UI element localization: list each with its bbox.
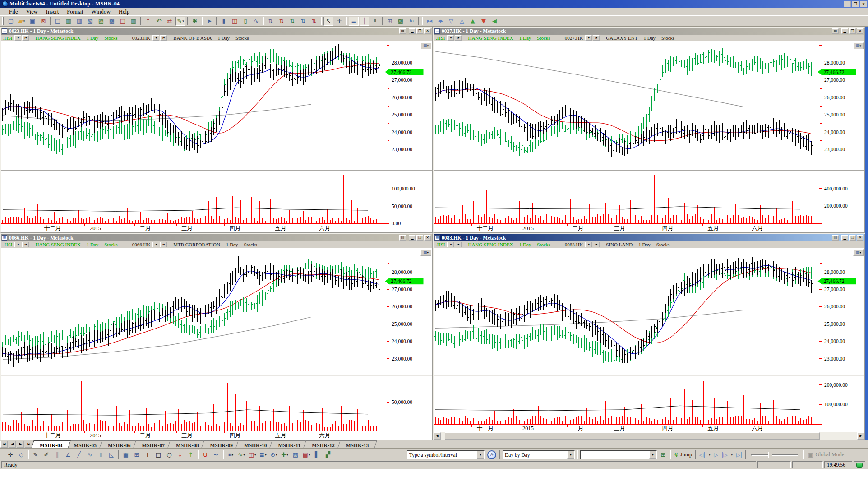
toolbar-grip[interactable]	[403, 450, 404, 459]
pointer-window-button[interactable]: ➤	[204, 17, 214, 26]
tabs-nav-button-0[interactable]: |◀	[0, 441, 8, 448]
tab-mshk-06[interactable]: MSHK-06	[101, 440, 138, 448]
insert-study-button[interactable]: ✱	[190, 17, 200, 26]
insert-symbol-button[interactable]: ⇡	[143, 17, 153, 26]
index-interval-dropdown[interactable]: I▼	[22, 35, 29, 41]
grid-tool-button[interactable]: ▦	[121, 450, 131, 459]
symbol-interval-combo-dropdown[interactable]: ▼	[477, 451, 484, 459]
stock-symbol[interactable]: 0083.HK	[565, 242, 583, 247]
clock-button[interactable]: ◷	[487, 450, 496, 459]
chart-canvas[interactable]: 28,000.0027,000.0026,000.0025,000.0024,0…	[1, 248, 432, 440]
angle-tool-button[interactable]: ∠	[63, 450, 73, 459]
hollow-candle-type-button[interactable]: ▯	[240, 17, 250, 26]
stock-symbol[interactable]: 0066.HK	[132, 242, 151, 247]
save-button[interactable]: ▣	[28, 17, 37, 26]
vertical-lines-tool-button[interactable]: |||	[96, 450, 106, 459]
index-symbol[interactable]: .HSI	[3, 242, 12, 247]
panel-titlebar[interactable]: ≣ 0023.HK - 1 Day - Metastock ▤ ▁ ❒ ✕	[1, 28, 432, 35]
index-symbol-dropdown[interactable]: ▼	[447, 242, 454, 247]
panel-close-button[interactable]: ✕	[857, 28, 863, 34]
style-dot-button-dropdown[interactable]: ▾	[276, 451, 277, 459]
data-window-button[interactable]: ⊞	[658, 450, 668, 459]
stock-interval-dropdown[interactable]: I▼	[160, 35, 167, 41]
stock-symbol-dropdown[interactable]: ▼	[585, 35, 592, 41]
panel-titlebar[interactable]: ≣ 0027.HK - 1 Day - Metastock ▤ ▁ ❒ ✕	[434, 28, 864, 35]
playback-back-dropdown[interactable]: ▼	[708, 453, 711, 457]
tab-mshk-09[interactable]: MSHK-09	[203, 440, 240, 448]
index-symbol[interactable]: .HSI	[436, 242, 445, 247]
playback-step-back-button[interactable]: ◁|	[699, 452, 705, 458]
symbol-lookup-button[interactable]: 6a	[406, 17, 416, 26]
playback-play-button[interactable]: ▷	[714, 452, 718, 458]
panel-close-button[interactable]: ✕	[424, 235, 431, 241]
style-cross-button-dropdown[interactable]: ▾	[286, 451, 288, 459]
replay-mode-combo-dropdown[interactable]: ▼	[567, 451, 574, 459]
stock-interval-dropdown[interactable]: I▼	[593, 35, 600, 41]
panel-data-window-button[interactable]: ▤	[399, 28, 406, 34]
chart-area[interactable]: 28,000.0027,000.0026,000.0025,000.0024,0…	[434, 41, 864, 232]
index-symbol-dropdown[interactable]: ▼	[14, 35, 21, 41]
playback-forward-dropdown[interactable]: ▼	[730, 453, 734, 457]
arrow-down-tool-button[interactable]: ↓	[175, 450, 185, 459]
pen-tool-button[interactable]: ✐	[42, 450, 51, 459]
insert-curve-button[interactable]: ↶	[154, 17, 164, 26]
underline-tool-button[interactable]: U	[200, 450, 210, 459]
menu-insert[interactable]: Insert	[42, 9, 63, 15]
window-arrange-button[interactable]: ▦	[74, 17, 84, 26]
style-dot-button[interactable]: ⊙▾	[269, 450, 279, 459]
index-symbol[interactable]: .HSI	[436, 35, 445, 41]
ellipse-tool-button[interactable]: ○	[164, 450, 174, 459]
draw-pencil-button-dropdown[interactable]: ▾	[182, 17, 184, 25]
scroll-left-button[interactable]: ◀	[489, 17, 499, 26]
style-hatch-button-dropdown[interactable]: ▾	[309, 451, 310, 459]
bar-chart-type-button[interactable]: ▮	[219, 17, 229, 26]
chart-area[interactable]: 28,000.0027,000.0026,000.0025,000.0024,0…	[1, 41, 432, 232]
index-symbol-dropdown[interactable]: ▼	[447, 35, 454, 41]
playback-speed-slider[interactable]	[751, 451, 798, 459]
panel-maximize-button[interactable]: ❒	[416, 28, 423, 34]
copy-window-button[interactable]: ▤	[53, 17, 63, 26]
insert-bars-button[interactable]: ⇄	[165, 17, 175, 26]
panel-maximize-button[interactable]: ❒	[849, 28, 856, 34]
panel-data-window-button[interactable]: ▤	[399, 235, 406, 241]
draw-pencil-button[interactable]: ✎▾	[175, 17, 185, 26]
pointer-line-button[interactable]: ┼	[360, 17, 369, 26]
style-bars-button[interactable]: ▮▮▾	[226, 450, 235, 459]
chart-canvas[interactable]: 28,000.0027,000.0026,000.0025,000.0024,0…	[434, 248, 864, 432]
scale-axis-button-4[interactable]: ⇅	[298, 17, 308, 26]
add-window-button[interactable]: ▨	[96, 17, 106, 26]
tab-mshk-04[interactable]: MSHK-04	[32, 440, 69, 448]
panel-data-window-button[interactable]: ▤	[832, 235, 839, 241]
toolbar-grip[interactable]	[2, 17, 4, 25]
open-button-dropdown[interactable]: ▾	[23, 17, 25, 25]
fib-tool-button[interactable]: ⊞	[132, 450, 142, 459]
window-maximize-button[interactable]: ❐	[852, 1, 859, 7]
collapse-left-button[interactable]: ▶◀	[425, 17, 434, 26]
jump-button[interactable]: ↯ Jump	[674, 451, 692, 458]
chart-canvas[interactable]: 28,000.0027,000.0026,000.0025,000.0024,0…	[1, 41, 432, 232]
chart-style-button[interactable]: ▦▾	[853, 42, 864, 49]
zigzag-tool-button[interactable]: ∿	[85, 450, 95, 459]
tabs-nav-button-2[interactable]: ▶	[17, 441, 24, 448]
chart-style-button[interactable]: ▦▾	[853, 249, 864, 256]
report-button[interactable]: ▤	[118, 17, 128, 26]
panel-close-button[interactable]: ✕	[424, 28, 431, 34]
style-bars-button-dropdown[interactable]: ▾	[232, 451, 233, 459]
style-line-button-dropdown[interactable]: ▾	[243, 451, 245, 459]
style-area-button[interactable]: ≣▾	[258, 450, 268, 459]
candle-chart-type-button[interactable]: ◫	[230, 17, 240, 26]
index-interval-dropdown[interactable]: I▼	[22, 242, 29, 247]
stock-symbol-dropdown[interactable]: ▼	[585, 242, 592, 247]
style-area-button-dropdown[interactable]: ▾	[265, 451, 267, 459]
index-symbol[interactable]: .HSI	[3, 35, 12, 41]
style-candle-button[interactable]: ◫▾	[247, 450, 257, 459]
menu-window[interactable]: Window	[87, 9, 115, 15]
crosshair-mode-button[interactable]: ✛	[334, 17, 344, 26]
pencil-tool-button[interactable]: ✎	[31, 450, 41, 459]
trend-line-tool-button[interactable]: ╱	[74, 450, 84, 459]
scroll-up-button[interactable]: ▲	[468, 17, 478, 26]
window-close-button[interactable]: ✕	[860, 1, 867, 7]
style-shade-button[interactable]: ▧	[291, 450, 300, 459]
panel-minimize-button[interactable]: ▁	[841, 28, 848, 34]
playback-step-forward-button[interactable]: |▷	[722, 452, 728, 458]
